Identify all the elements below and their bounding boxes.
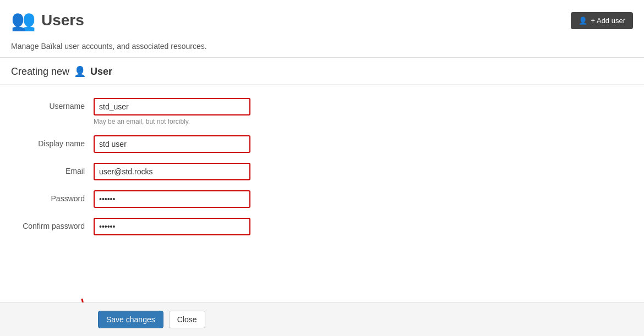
password-label: Password xyxy=(11,190,94,203)
email-field-group xyxy=(94,163,250,180)
subtitle-bar: Manage Baïkal user accounts, and associa… xyxy=(0,37,644,58)
confirm-password-label: Confirm password xyxy=(11,218,94,230)
username-row: Username May be an email, but not forcib… xyxy=(11,98,633,125)
username-input[interactable] xyxy=(94,98,250,115)
username-field-group: May be an email, but not forcibly. xyxy=(94,98,250,125)
section-header: Creating new 👤 User xyxy=(0,58,644,85)
title-group: 👥 Users xyxy=(11,9,84,32)
add-user-button[interactable]: 👤 + Add user xyxy=(571,12,633,29)
user-section-icon: 👤 xyxy=(74,65,86,78)
users-icon: 👥 xyxy=(11,9,36,32)
displayname-label: Display name xyxy=(11,135,94,148)
username-label: Username xyxy=(11,98,94,111)
confirm-password-input[interactable] xyxy=(94,218,250,235)
section-title: User xyxy=(90,66,112,78)
page-title: Users xyxy=(41,12,84,29)
email-row: Email xyxy=(11,163,633,180)
username-hint: May be an email, but not forcibly. xyxy=(94,118,250,125)
displayname-field-group xyxy=(94,135,250,153)
add-user-icon: 👤 xyxy=(578,16,587,25)
subtitle-text: Manage Baïkal user accounts, and associa… xyxy=(11,42,207,51)
password-row: Password xyxy=(11,190,633,208)
displayname-row: Display name xyxy=(11,135,633,153)
user-form: Username May be an email, but not forcib… xyxy=(0,85,644,256)
confirm-password-row: Confirm password xyxy=(11,218,633,235)
confirm-password-field-group xyxy=(94,218,250,235)
page-header: 👥 Users 👤 + Add user xyxy=(0,0,644,37)
password-input[interactable] xyxy=(94,190,250,208)
displayname-input[interactable] xyxy=(94,135,250,153)
password-field-group xyxy=(94,190,250,208)
creating-label: Creating new xyxy=(11,66,69,78)
email-input[interactable] xyxy=(94,163,250,180)
email-label: Email xyxy=(11,163,94,175)
